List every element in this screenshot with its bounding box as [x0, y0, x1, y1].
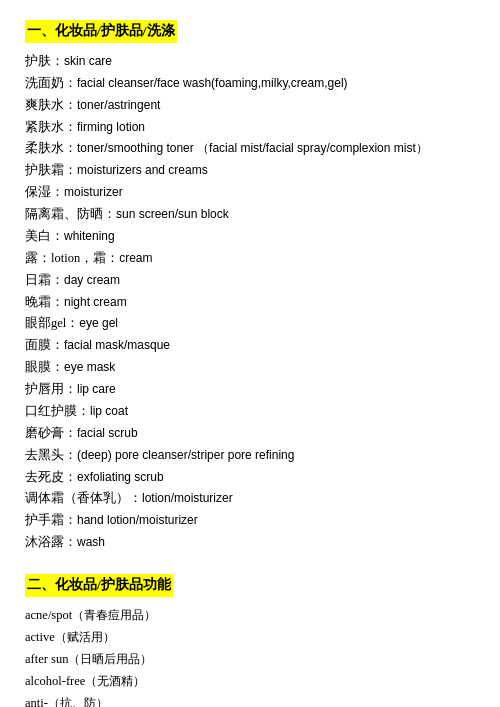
entry-zh: 护手霜： [25, 513, 77, 527]
entry-en: （赋活用） [55, 630, 115, 644]
list-item: 去死皮：exfoliating scrub [25, 467, 475, 489]
entry-en: （日晒后用品） [68, 652, 152, 666]
entry-zh: 去死皮： [25, 470, 77, 484]
list-item: 美白：whitening [25, 226, 475, 248]
entry-zh: 洗面奶： [25, 76, 77, 90]
section-2-entries: acne/spot（青春痘用品）active（赋活用）after sun（日晒后… [25, 605, 475, 707]
list-item: 爽肤水：toner/astringent [25, 95, 475, 117]
entry-en: night cream [64, 295, 127, 309]
entry-zh: 眼膜： [25, 360, 64, 374]
entry-en: facial mask/masque [64, 338, 170, 352]
list-item: 露：lotion，霜：cream [25, 248, 475, 270]
entry-en: eye gel [79, 316, 118, 330]
list-item: 口红护膜：lip coat [25, 401, 475, 423]
entry-en: hand lotion/moisturizer [77, 513, 198, 527]
entry-zh: anti- [25, 696, 48, 708]
entry-zh: 保湿： [25, 185, 64, 199]
entry-zh: 隔离霜、防晒： [25, 207, 116, 221]
list-item: 护肤霜：moisturizers and creams [25, 160, 475, 182]
entry-en: （青春痘用品） [72, 608, 156, 622]
list-item: 磨砂膏：facial scrub [25, 423, 475, 445]
entry-zh: 去黑头： [25, 448, 77, 462]
entry-en: lotion/moisturizer [142, 491, 233, 505]
entry-zh: 调体霜（香体乳）： [25, 491, 142, 505]
section-skincare: 一、化妆品/护肤品/洗涤 护肤：skin care洗面奶：facial clea… [25, 20, 475, 554]
list-item: 紧肤水：firming lotion [25, 117, 475, 139]
entry-en: toner/astringent [77, 98, 160, 112]
entry-zh: 紧肤水： [25, 120, 77, 134]
list-item: 面膜：facial mask/masque [25, 335, 475, 357]
entry-zh: 眼部gel： [25, 316, 79, 330]
entry-en: eye mask [64, 360, 115, 374]
entry-en: whitening [64, 229, 115, 243]
entry-en: facial cleanser/face wash(foaming,milky,… [77, 76, 348, 90]
entry-en: lip care [77, 382, 116, 396]
entry-zh: acne/spot [25, 608, 72, 622]
entry-en: wash [77, 535, 105, 549]
entry-en: (deep) pore cleanser/striper pore refini… [77, 448, 294, 462]
entry-en: （抗、防） [48, 696, 108, 708]
entry-en: facial scrub [77, 426, 138, 440]
entry-zh: 美白： [25, 229, 64, 243]
entry-en: skin care [64, 54, 112, 68]
entry-zh: 护肤霜： [25, 163, 77, 177]
list-item: 保湿：moisturizer [25, 182, 475, 204]
list-item: 调体霜（香体乳）：lotion/moisturizer [25, 488, 475, 510]
list-item: 柔肤水：toner/smoothing toner （facial mist/f… [25, 138, 475, 160]
list-item: 护唇用：lip care [25, 379, 475, 401]
entry-zh: 护肤： [25, 54, 64, 68]
entry-zh: after sun [25, 652, 68, 666]
section-1-title: 一、化妆品/护肤品/洗涤 [25, 20, 177, 43]
entry-en: firming lotion [77, 120, 145, 134]
entry-zh: 口红护膜： [25, 404, 90, 418]
list-item: anti-（抗、防） [25, 693, 475, 708]
entry-zh: 护唇用： [25, 382, 77, 396]
entry-zh: 晚霜： [25, 295, 64, 309]
section-functions: 二、化妆品/护肤品功能 acne/spot（青春痘用品）active（赋活用）a… [25, 574, 475, 707]
entry-zh: 磨砂膏： [25, 426, 77, 440]
list-item: alcohol-free（无酒精） [25, 671, 475, 693]
entry-zh: 柔肤水： [25, 141, 77, 155]
list-item: 护肤：skin care [25, 51, 475, 73]
entry-zh: 面膜： [25, 338, 64, 352]
section-2-title: 二、化妆品/护肤品功能 [25, 574, 173, 597]
entry-zh: 露：lotion，霜： [25, 251, 119, 265]
list-item: acne/spot（青春痘用品） [25, 605, 475, 627]
page-container: 一、化妆品/护肤品/洗涤 护肤：skin care洗面奶：facial clea… [25, 20, 475, 707]
entry-en: exfoliating scrub [77, 470, 164, 484]
entry-en: moisturizers and creams [77, 163, 208, 177]
list-item: 洗面奶：facial cleanser/face wash(foaming,mi… [25, 73, 475, 95]
entry-en: cream [119, 251, 152, 265]
list-item: active（赋活用） [25, 627, 475, 649]
entry-en: day cream [64, 273, 120, 287]
entry-zh: active [25, 630, 55, 644]
list-item: 去黑头：(deep) pore cleanser/striper pore re… [25, 445, 475, 467]
entry-en: （无酒精） [85, 674, 145, 688]
list-item: 眼部gel：eye gel [25, 313, 475, 335]
list-item: 隔离霜、防晒：sun screen/sun block [25, 204, 475, 226]
list-item: 日霜：day cream [25, 270, 475, 292]
entry-en: sun screen/sun block [116, 207, 229, 221]
list-item: 沐浴露：wash [25, 532, 475, 554]
entry-en: toner/smoothing toner （facial mist/facia… [77, 141, 428, 155]
entry-zh: 日霜： [25, 273, 64, 287]
entry-zh: 爽肤水： [25, 98, 77, 112]
entry-en: moisturizer [64, 185, 123, 199]
list-item: 晚霜：night cream [25, 292, 475, 314]
list-item: 护手霜：hand lotion/moisturizer [25, 510, 475, 532]
entry-en: lip coat [90, 404, 128, 418]
entry-zh: alcohol-free [25, 674, 85, 688]
list-item: after sun（日晒后用品） [25, 649, 475, 671]
entry-zh: 沐浴露： [25, 535, 77, 549]
list-item: 眼膜：eye mask [25, 357, 475, 379]
section-1-entries: 护肤：skin care洗面奶：facial cleanser/face was… [25, 51, 475, 554]
